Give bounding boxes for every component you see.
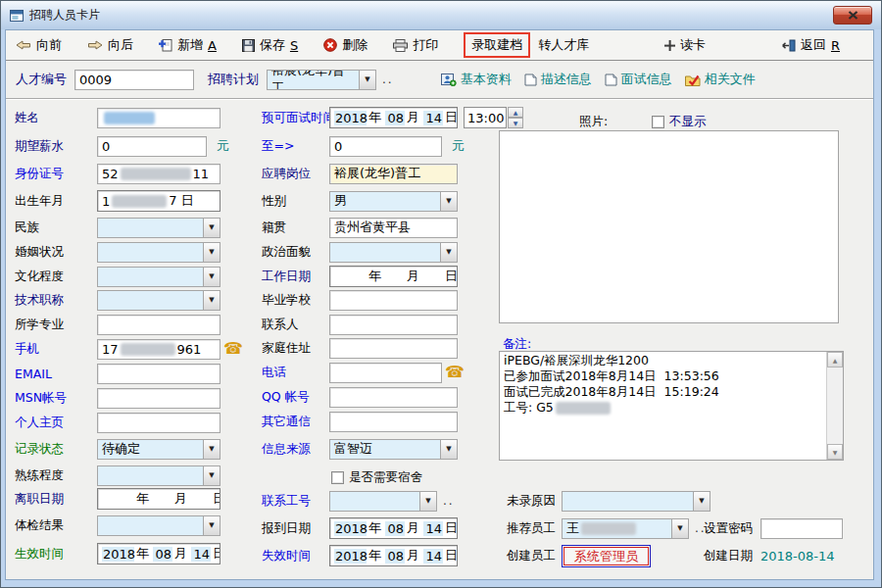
- toolbar-admit-archive-button[interactable]: 录取建档: [464, 32, 530, 58]
- talent-no-input[interactable]: 0009: [74, 70, 194, 90]
- dropdown-arrow-icon[interactable]: ▼: [203, 219, 220, 237]
- dropdown-arrow-icon[interactable]: ▼: [440, 440, 457, 459]
- input-name[interactable]: [97, 108, 220, 128]
- input-email[interactable]: [97, 364, 220, 384]
- tab-description-info[interactable]: 描述信息: [524, 71, 592, 88]
- value-suffix: 7 日: [169, 192, 193, 210]
- dropdown-arrow-icon[interactable]: ▼: [440, 192, 457, 211]
- date-unit-d: 日: [445, 268, 458, 285]
- combo-info-source[interactable]: 富智迈▼: [329, 439, 458, 460]
- toolbar-print-button[interactable]: 打印: [393, 34, 438, 56]
- date-effective-date[interactable]: 2018年08月14日: [97, 543, 220, 564]
- toolbar-read-card-button[interactable]: 读卡: [664, 34, 706, 56]
- date-expire-date[interactable]: 2018年08月14日: [329, 545, 458, 566]
- combo-technical-title[interactable]: ▼: [97, 290, 220, 311]
- toolbar-backward-button[interactable]: 向后: [87, 34, 133, 56]
- photo-area: [499, 130, 839, 323]
- toolbar-save-button[interactable]: 保存S: [242, 34, 298, 56]
- field-label: 家庭住址: [262, 340, 329, 357]
- input-expected-salary[interactable]: 0: [97, 136, 207, 157]
- date-work-date[interactable]: 年月日: [329, 266, 458, 287]
- field-interview-time: 预可面试时间2018年08月14日13:00▲▼: [262, 107, 523, 128]
- plan-more-button[interactable]: ..: [382, 73, 394, 86]
- dropdown-arrow-icon[interactable]: ▼: [359, 71, 375, 89]
- dropdown-arrow-icon[interactable]: ▼: [203, 466, 220, 485]
- field-political-status: 政治面貌▼: [262, 241, 458, 263]
- toolbar-new-button[interactable]: 新增A: [159, 34, 217, 56]
- field-resign-date: 离职日期年月日: [15, 488, 220, 510]
- scroll-track[interactable]: [827, 368, 843, 444]
- plan-combo[interactable]: 裕展(龙华)普工 ▼: [267, 70, 376, 90]
- dropdown-arrow-icon[interactable]: ▼: [203, 291, 220, 310]
- dropdown-arrow-icon[interactable]: ▼: [203, 243, 220, 262]
- plan-value: 裕展(龙华)普工: [268, 71, 359, 89]
- scroll-up-icon[interactable]: ▲: [827, 352, 843, 368]
- date-report-date[interactable]: 2018年08月14日: [329, 517, 458, 539]
- toolbar-delete-button[interactable]: 删除: [323, 34, 368, 56]
- more-button[interactable]: ..: [695, 521, 707, 535]
- remarks-textarea[interactable]: iPEBG/裕展深圳龙华1200已参加面试2018年8月14日 13:53:56…: [499, 351, 844, 461]
- input-native-place[interactable]: 贵州省黄平县: [329, 218, 458, 238]
- dropdown-arrow-icon[interactable]: ▼: [203, 268, 220, 286]
- dropdown-arrow-icon[interactable]: ▼: [440, 243, 457, 262]
- time-spinner[interactable]: ▲▼: [508, 107, 523, 128]
- spinner-up-icon[interactable]: ▲: [508, 107, 523, 118]
- tab-interview-info[interactable]: 面试信息: [605, 71, 672, 88]
- dropdown-arrow-icon[interactable]: ▼: [203, 440, 220, 459]
- dropdown-arrow-icon[interactable]: ▼: [203, 516, 220, 535]
- combo-medical-result[interactable]: ▼: [97, 515, 220, 536]
- input-mobile[interactable]: 17961: [97, 339, 220, 360]
- toolbar-button-label: 新增: [177, 36, 203, 54]
- combo-marital-status[interactable]: ▼: [97, 242, 220, 263]
- scroll-down-icon[interactable]: ▼: [827, 444, 843, 460]
- time-input[interactable]: 13:00: [464, 107, 507, 128]
- tab-basic-info[interactable]: 基本资料: [441, 71, 512, 88]
- combo-education-level[interactable]: ▼: [97, 267, 220, 287]
- combo-contact-worker-id[interactable]: ▼: [329, 491, 437, 512]
- toolbar-forward-button[interactable]: 向前: [16, 34, 62, 56]
- close-button[interactable]: [833, 6, 872, 24]
- input-qq-account[interactable]: [329, 387, 458, 408]
- remarks-scrollbar[interactable]: ▲ ▼: [826, 352, 843, 460]
- input-telephone[interactable]: [329, 363, 442, 383]
- input-id-number[interactable]: 5211: [97, 164, 220, 184]
- combo-political-status[interactable]: ▼: [329, 242, 458, 263]
- input-graduate-school[interactable]: [329, 290, 458, 311]
- input-msn-account[interactable]: [97, 388, 220, 409]
- recruitment-card-window: 招聘人员卡片 向前向后新增A保存S删除打印录取建档转人才库读卡返回R 人才编号 …: [0, 0, 882, 588]
- input-other-contact[interactable]: [329, 412, 458, 432]
- tab-related-files[interactable]: 相关文件: [685, 71, 756, 88]
- set-password-label: 设置密码: [704, 520, 760, 537]
- dropdown-arrow-icon[interactable]: ▼: [693, 492, 710, 511]
- dropdown-arrow-icon[interactable]: ▼: [671, 519, 688, 538]
- field-record-status: 记录状态待确定▼: [15, 438, 220, 460]
- more-button[interactable]: ..: [443, 494, 455, 508]
- date-resign-date[interactable]: 年月日: [97, 488, 220, 510]
- input-homepage[interactable]: [97, 413, 220, 433]
- input-salary-to[interactable]: 0: [329, 136, 442, 157]
- combo-value: 王: [563, 519, 671, 538]
- date-interview-time[interactable]: 2018年08月14日: [329, 107, 458, 128]
- combo-not-hired-reason[interactable]: ▼: [562, 491, 710, 512]
- hide-photo-checkbox[interactable]: [652, 116, 664, 128]
- toolbar-to-talent-pool-button[interactable]: 转人才库: [538, 34, 589, 56]
- combo-proficiency[interactable]: ▼: [97, 466, 220, 486]
- combo-referrer[interactable]: 王▼: [562, 518, 689, 539]
- return-icon: [781, 39, 796, 52]
- remark-line: 面试已完成2018年8月14日 15:19:24: [504, 384, 822, 400]
- spinner-down-icon[interactable]: ▼: [508, 118, 523, 128]
- combo-record-status[interactable]: 待确定▼: [97, 439, 220, 460]
- hide-photo-option: 不显示: [652, 111, 707, 132]
- input-contact-person[interactable]: [329, 315, 458, 335]
- combo-gender[interactable]: 男▼: [329, 191, 458, 212]
- toolbar-return-button[interactable]: 返回R: [781, 34, 840, 56]
- checkbox-need-dormitory[interactable]: [331, 471, 344, 484]
- input-applied-position[interactable]: 裕展(龙华)普工: [329, 164, 458, 184]
- title-bar[interactable]: 招聘人员卡片: [1, 1, 881, 29]
- input-major[interactable]: [97, 315, 220, 335]
- date-birth-date[interactable]: 17 日: [97, 190, 220, 212]
- set-password-input[interactable]: [760, 518, 843, 539]
- input-home-address[interactable]: [329, 338, 458, 359]
- dropdown-arrow-icon[interactable]: ▼: [419, 492, 436, 511]
- combo-ethnicity[interactable]: ▼: [97, 218, 220, 238]
